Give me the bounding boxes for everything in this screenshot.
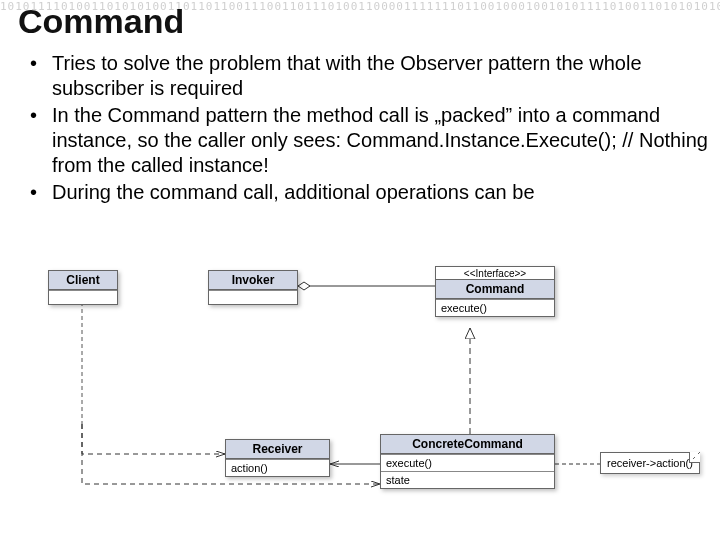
uml-concrete-command: ConcreteCommand execute() state (380, 434, 555, 489)
uml-class-name: Receiver (226, 440, 329, 459)
slide-title: Command (18, 0, 708, 43)
uml-note: receiver->action() (600, 452, 700, 474)
uml-command: <<Interface>> Command execute() (435, 266, 555, 317)
uml-connectors (0, 264, 720, 540)
bullet-text: During the command call, additional oper… (52, 180, 535, 205)
uml-class-name: Command (436, 279, 554, 299)
bullet-list: •Tries to solve the problem that with th… (18, 43, 708, 205)
uml-note-text: receiver->action() (607, 457, 693, 469)
uml-empty-section (209, 290, 297, 304)
bullet-item: •Tries to solve the problem that with th… (30, 51, 708, 101)
uml-class-name: Client (49, 271, 117, 290)
uml-stereotype: <<Interface>> (436, 267, 554, 279)
uml-operation: execute() (381, 454, 554, 471)
uml-diagram: Client Invoker <<Interface>> Command exe… (0, 264, 720, 540)
uml-operation: execute() (436, 299, 554, 316)
bullet-item: •During the command call, additional ope… (30, 180, 708, 205)
uml-empty-section (49, 290, 117, 304)
uml-class-name: ConcreteCommand (381, 435, 554, 454)
uml-operation: action() (226, 459, 329, 476)
bullet-text: In the Command pattern the method call i… (52, 103, 708, 178)
uml-invoker: Invoker (208, 270, 298, 305)
bullet-text: Tries to solve the problem that with the… (52, 51, 708, 101)
uml-class-name: Invoker (209, 271, 297, 290)
bullet-item: •In the Command pattern the method call … (30, 103, 708, 178)
uml-client: Client (48, 270, 118, 305)
uml-attribute: state (381, 471, 554, 488)
uml-receiver: Receiver action() (225, 439, 330, 477)
